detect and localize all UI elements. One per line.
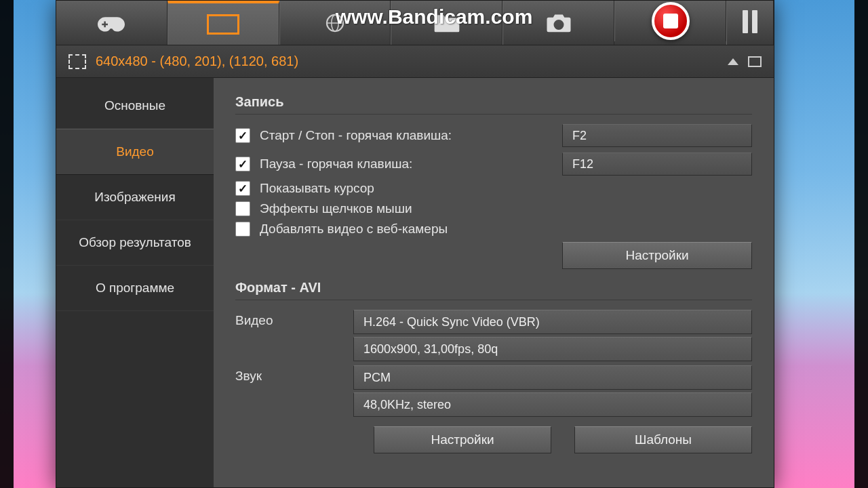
format-audio-params: 48,0KHz, stereo [353, 392, 752, 417]
record-settings-button[interactable]: Настройки [562, 242, 752, 269]
label-pause: Пауза - горячая клавиша: [260, 157, 562, 171]
record-icon [652, 2, 690, 40]
label-click-effects: Эффекты щелчков мыши [260, 201, 752, 216]
format-settings-button[interactable]: Настройки [374, 426, 551, 453]
gamepad-icon [98, 13, 125, 33]
row-show-cursor: Показывать курсор [235, 181, 752, 196]
bandicam-window: 640x480 - (480, 201), (1120, 681) Основн… [56, 0, 774, 488]
row-hotkey-pause: Пауза - горячая клавиша: F12 [235, 152, 752, 176]
content-area: Основные Видео Изображения Обзор результ… [56, 78, 774, 487]
crop-selection-icon [68, 54, 86, 69]
mode-snapshot[interactable] [502, 1, 614, 45]
row-click-effects: Эффекты щелчков мыши [235, 201, 752, 216]
format-section-title: Формат - AVI [235, 280, 752, 296]
crop-region-bar[interactable]: 640x480 - (480, 201), (1120, 681) [56, 45, 774, 78]
letterbox-left [0, 0, 14, 488]
hotkey-pause-field[interactable]: F12 [562, 152, 752, 176]
format-video-label: Видео [235, 310, 344, 328]
divider [235, 114, 752, 115]
mode-toolbar [56, 1, 774, 45]
format-audio-label: Звук [235, 365, 344, 384]
label-webcam: Добавлять видео с веб-камеры [260, 222, 752, 237]
format-audio-codec: PCM [353, 365, 752, 390]
label-cursor: Показывать курсор [260, 181, 752, 196]
sidebar-item-output[interactable]: Обзор результатов [56, 220, 214, 266]
mode-screen[interactable] [167, 1, 279, 45]
collapse-icon[interactable] [728, 58, 738, 65]
checkbox-startstop[interactable] [235, 128, 250, 143]
format-presets-button[interactable]: Шаблоны [574, 426, 752, 453]
sidebar: Основные Видео Изображения Обзор результ… [56, 78, 214, 487]
globe-icon [321, 13, 349, 33]
camera-icon [545, 13, 572, 33]
record-section-title: Запись [235, 94, 752, 110]
format-video-codec: H.264 - Quick Sync Video (VBR) [353, 310, 752, 334]
checkbox-pause[interactable] [235, 157, 250, 171]
row-hotkey-startstop: Старт / Стоп - горячая клавиша: F2 [235, 124, 752, 147]
fullscreen-target-icon[interactable] [748, 56, 762, 67]
sidebar-item-general[interactable]: Основные [56, 83, 214, 129]
pause-button[interactable] [726, 1, 774, 45]
checkbox-click-effects[interactable] [235, 201, 250, 216]
format-video-params: 1600x900, 31,00fps, 80q [353, 337, 752, 361]
mode-device[interactable] [279, 1, 391, 45]
letterbox-right [854, 0, 868, 488]
folder-icon [433, 13, 460, 33]
screen-rect-icon [207, 14, 239, 35]
sidebar-item-about[interactable]: О программе [56, 266, 214, 311]
hotkey-startstop-field[interactable]: F2 [562, 124, 752, 147]
pause-icon [741, 10, 760, 36]
crop-region-text: 640x480 - (480, 201), (1120, 681) [96, 54, 298, 69]
divider [235, 300, 752, 300]
mode-game[interactable] [56, 1, 167, 45]
sidebar-item-image[interactable]: Изображения [56, 175, 214, 220]
record-button[interactable] [614, 1, 726, 41]
sidebar-item-video[interactable]: Видео [56, 129, 214, 175]
row-webcam: Добавлять видео с веб-камеры [235, 222, 752, 237]
checkbox-cursor[interactable] [235, 181, 250, 196]
video-panel: Запись Старт / Стоп - горячая клавиша: F… [214, 78, 774, 487]
checkbox-webcam[interactable] [235, 222, 250, 237]
mode-folder[interactable] [391, 1, 502, 45]
label-startstop: Старт / Стоп - горячая клавиша: [260, 128, 562, 143]
